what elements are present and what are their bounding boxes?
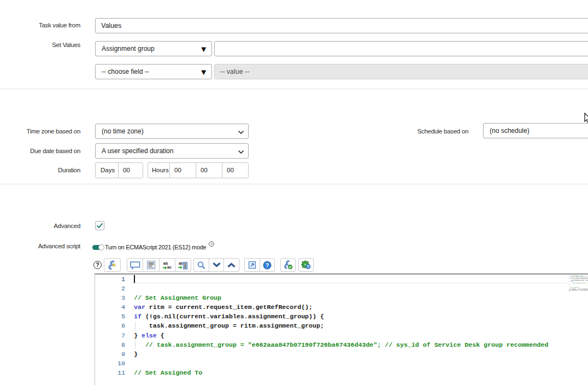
svg-text:?: ?	[266, 262, 269, 268]
svg-text:?: ?	[307, 264, 310, 269]
svg-text:ac: ac	[167, 265, 172, 269]
svg-text:ab: ab	[163, 261, 168, 265]
svg-text:ab: ab	[179, 261, 183, 265]
